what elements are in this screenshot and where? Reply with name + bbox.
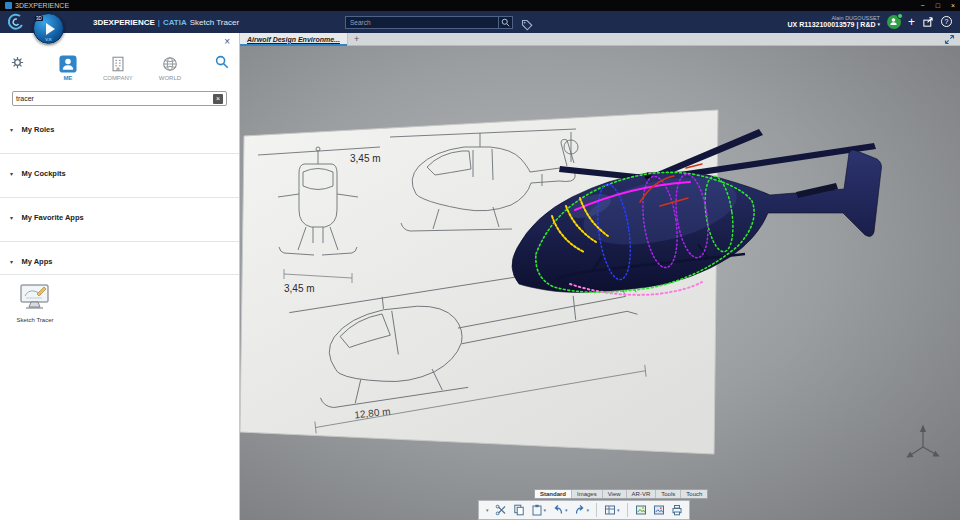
global-search-field[interactable]	[345, 16, 513, 29]
tab-standard[interactable]: Standard	[535, 490, 572, 498]
chevron-down-icon[interactable]: ▾	[544, 507, 547, 513]
chevron-down-icon[interactable]: ▾	[617, 507, 620, 513]
image-tool-button[interactable]	[633, 503, 649, 517]
sketch-tracer-icon	[18, 283, 52, 311]
minimize-button[interactable]: −	[921, 2, 925, 9]
me-person-icon	[59, 55, 77, 73]
maximize-button[interactable]: □	[936, 2, 940, 9]
3d-viewport[interactable]: 12,80 m 3,45 m 3,45 m	[240, 46, 960, 520]
globe-icon	[161, 55, 179, 73]
gear-icon[interactable]	[10, 55, 25, 70]
undo-button[interactable]: ▾	[550, 503, 570, 517]
dimension-label: 3,45 m	[350, 153, 381, 164]
section-my-apps[interactable]: ▾ My Apps	[0, 242, 239, 275]
tab-touch[interactable]: Touch	[681, 490, 707, 498]
tab-images[interactable]: Images	[572, 490, 603, 498]
top-app-bar: 3D V.R 3DEXPERIENCE | CATIA Sketch Trace…	[0, 11, 960, 33]
section-label: My Apps	[21, 257, 52, 266]
person-icon	[889, 17, 898, 26]
expand-icon[interactable]	[944, 34, 955, 45]
compass-play-button[interactable]: 3D V.R	[33, 13, 64, 44]
new-tab-button[interactable]: +	[354, 34, 359, 44]
toolbar-separator	[627, 503, 628, 517]
tab-world-label: WORLD	[159, 75, 181, 81]
print-tool-button[interactable]	[669, 503, 685, 517]
copy-button[interactable]	[511, 503, 527, 517]
tab-view[interactable]: View	[603, 490, 627, 498]
grid-tool-button[interactable]: ▾	[602, 503, 622, 517]
printer-icon	[671, 504, 683, 516]
window-titlebar: 3DEXPERIENCE − □ ×	[0, 0, 960, 11]
tab-company-label: COMPANY	[103, 75, 133, 81]
chevron-down-icon[interactable]: ▾	[587, 507, 590, 513]
tag-icon[interactable]	[521, 17, 533, 35]
paste-button[interactable]: ▾	[529, 503, 549, 517]
collapse-caret-icon[interactable]: ▾	[10, 171, 13, 177]
axis-triad-icon[interactable]	[908, 426, 939, 457]
app-logo-icon	[5, 2, 12, 9]
help-button[interactable]: ?	[941, 16, 952, 27]
building-icon	[109, 55, 127, 73]
app-search-field[interactable]: ×	[12, 91, 227, 106]
section-label: My Roles	[21, 125, 54, 134]
panel-search-icon[interactable]	[215, 55, 229, 69]
document-tab-label: Airwolf Design Environme...	[247, 36, 340, 43]
user-info[interactable]: Alain DUGOUSSET UX R1132100013579 | R&D …	[788, 15, 880, 29]
layers-icon	[653, 504, 665, 516]
collapse-caret-icon[interactable]: ▾	[10, 127, 13, 133]
app-title: 3DEXPERIENCE | CATIA Sketch Tracer	[93, 18, 239, 27]
avatar[interactable]	[887, 15, 901, 29]
document-tab-active[interactable]: Airwolf Design Environme...	[240, 33, 348, 46]
dimension-label: 3,45 m	[284, 283, 315, 294]
clear-search-button[interactable]: ×	[213, 94, 223, 104]
tab-me-label: ME	[63, 75, 72, 81]
image-icon	[635, 504, 647, 516]
tab-me[interactable]: ME	[59, 55, 77, 81]
section-my-favorite-apps[interactable]: ▾ My Favorite Apps	[0, 198, 239, 242]
collapse-caret-icon[interactable]: ▾	[10, 215, 13, 221]
toolbar-tab-strip: Standard Images View AR-VR Tools Touch	[534, 489, 708, 499]
section-my-cockpits[interactable]: ▾ My Cockpits	[0, 154, 239, 198]
toolbar-overflow-button[interactable]: ▾	[483, 506, 491, 514]
grid-icon	[604, 504, 616, 516]
tab-tools[interactable]: Tools	[656, 490, 681, 498]
chevron-down-icon: ▾	[486, 507, 489, 513]
bottom-toolbar: ▾	[478, 500, 690, 520]
product-name: CATIA	[163, 18, 187, 27]
tab-company[interactable]: COMPANY	[103, 55, 133, 81]
panel-close-button[interactable]: ×	[224, 36, 230, 47]
global-search-input[interactable]	[346, 19, 498, 26]
paste-icon	[531, 504, 543, 516]
3d-scene: 12,80 m 3,45 m 3,45 m	[240, 46, 960, 520]
search-icon[interactable]	[498, 17, 512, 28]
cut-button[interactable]	[493, 503, 509, 517]
copy-icon	[513, 504, 525, 516]
tab-world[interactable]: WORLD	[159, 55, 181, 81]
app-search-input[interactable]	[16, 95, 213, 102]
play-icon	[46, 23, 55, 35]
share-icon[interactable]	[922, 16, 934, 28]
application-window: 3DEXPERIENCE − □ × 3D V.R 3DEXPERIENCE |…	[0, 0, 960, 520]
layers-tool-button[interactable]	[651, 503, 667, 517]
collapse-caret-icon[interactable]: ▾	[10, 259, 13, 265]
title-separator: |	[158, 18, 160, 27]
section-label: My Cockpits	[21, 169, 65, 178]
window-title: 3DEXPERIENCE	[15, 2, 69, 9]
compass-3d-badge: 3D	[35, 16, 43, 21]
chevron-down-icon: ▾	[877, 21, 880, 27]
tab-ar-vr[interactable]: AR-VR	[627, 490, 657, 498]
scissors-icon	[495, 504, 507, 516]
toolbar-separator	[596, 503, 597, 517]
section-my-roles[interactable]: ▾ My Roles	[0, 110, 239, 154]
undo-icon	[552, 504, 564, 516]
app-launcher-panel: × ME	[0, 33, 240, 520]
app-sketch-tracer[interactable]: Sketch Tracer	[10, 283, 60, 323]
module-name: Sketch Tracer	[190, 18, 239, 27]
close-window-button[interactable]: ×	[951, 2, 955, 9]
chevron-down-icon[interactable]: ▾	[565, 507, 568, 513]
redo-icon	[574, 504, 586, 516]
add-button[interactable]: +	[908, 16, 915, 28]
redo-button[interactable]: ▾	[572, 503, 592, 517]
status-dot	[897, 13, 903, 19]
section-label: My Favorite Apps	[21, 213, 83, 222]
